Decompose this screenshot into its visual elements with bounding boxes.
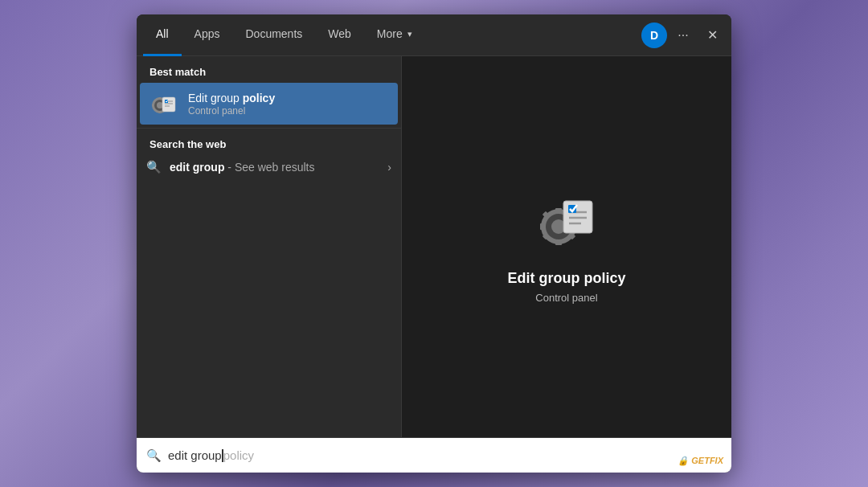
web-section-label: Search the web (137, 132, 401, 153)
chevron-right-icon: › (387, 161, 391, 174)
more-options-button[interactable]: ··· (670, 23, 696, 48)
right-panel: Edit group policy Control panel (402, 56, 731, 437)
tab-more[interactable]: More ▾ (364, 14, 425, 56)
svg-rect-16 (555, 208, 562, 214)
tab-apps[interactable]: Apps (182, 14, 233, 56)
best-match-text: Edit group policy Control panel (188, 91, 275, 117)
best-match-result[interactable]: Edit group policy Control panel (140, 83, 398, 125)
left-panel: Best match (137, 56, 402, 437)
best-match-subtitle: Control panel (188, 105, 275, 117)
watermark: 🔒 GETFIX (678, 456, 723, 466)
tab-bar: All Apps Documents Web More ▾ D ··· ✕ (137, 14, 731, 56)
tab-documents[interactable]: Documents (232, 14, 315, 56)
main-content: Best match (137, 56, 731, 437)
user-avatar[interactable]: D (641, 23, 667, 48)
chevron-down-icon: ▾ (407, 29, 412, 39)
gpo-large-icon (534, 190, 599, 254)
gpo-small-icon (149, 89, 178, 118)
tab-bar-right: D ··· ✕ (641, 23, 725, 48)
best-match-label: Best match (137, 56, 401, 83)
detail-title: Edit group policy (508, 270, 626, 287)
close-button[interactable]: ✕ (699, 23, 725, 48)
tab-web[interactable]: Web (315, 14, 364, 56)
search-window: All Apps Documents Web More ▾ D ··· ✕ (137, 14, 731, 473)
svg-rect-5 (152, 104, 154, 107)
web-item-text: edit group - See web results (170, 161, 379, 174)
svg-rect-18 (540, 223, 546, 230)
svg-rect-3 (159, 97, 162, 100)
divider (137, 128, 401, 129)
svg-rect-7 (162, 97, 175, 112)
web-search-item[interactable]: 🔍 edit group - See web results › (137, 153, 401, 181)
tab-all[interactable]: All (143, 14, 182, 56)
best-match-title: Edit group policy (188, 91, 275, 105)
detail-subtitle: Control panel (535, 292, 597, 304)
svg-rect-4 (159, 111, 162, 113)
search-icon: 🔍 (146, 160, 162, 174)
search-bar: 🔍 edit grouppolicy (137, 437, 731, 473)
search-bar-icon: 🔍 (146, 448, 162, 463)
svg-rect-17 (555, 239, 562, 245)
search-input[interactable]: edit grouppolicy (168, 448, 722, 462)
